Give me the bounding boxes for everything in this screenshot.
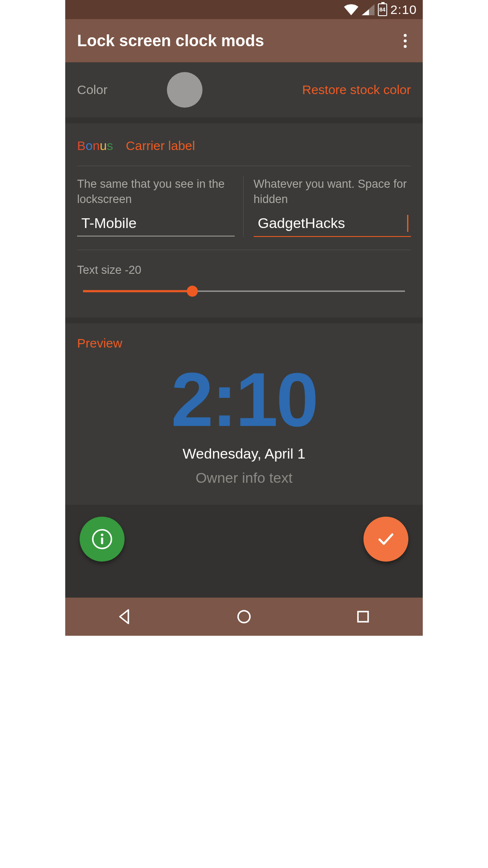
- custom-carrier-desc: Whatever you want. Space for hidden: [254, 176, 411, 207]
- info-button[interactable]: [80, 517, 125, 562]
- divider: [77, 166, 411, 166]
- carrier-label-heading: Carrier label: [126, 139, 195, 153]
- text-size-label: Text size -20: [77, 264, 411, 277]
- page-title: Lock screen clock mods: [77, 32, 264, 50]
- color-label: Color: [77, 83, 108, 97]
- home-icon: [236, 608, 252, 625]
- preview-section: Preview 2:10 Wednesday, April 1 Owner in…: [65, 323, 423, 505]
- device-frame: 84 2:10 Lock screen clock mods Color Res…: [65, 0, 423, 636]
- color-section: Color Restore stock color: [65, 62, 423, 117]
- svg-point-1: [101, 534, 103, 536]
- current-carrier-desc: The same that you see in the lockscreen: [77, 176, 235, 207]
- preview-date: Wednesday, April 1: [77, 445, 411, 462]
- custom-carrier-input[interactable]: [258, 215, 408, 231]
- back-icon: [116, 608, 133, 625]
- preview-clock: 2:10: [77, 362, 411, 438]
- current-carrier-field: [77, 213, 235, 236]
- action-row: [65, 511, 423, 570]
- nav-back-button[interactable]: [100, 608, 150, 625]
- current-carrier-input: [81, 215, 232, 231]
- svg-rect-4: [358, 612, 368, 622]
- nav-home-button[interactable]: [219, 608, 269, 625]
- info-icon: [91, 528, 113, 550]
- signal-icon: [362, 4, 374, 15]
- wifi-icon: [344, 4, 358, 15]
- overflow-menu-icon[interactable]: [399, 30, 411, 52]
- restore-stock-color-button[interactable]: Restore stock color: [302, 83, 411, 97]
- status-time: 2:10: [391, 3, 417, 17]
- check-icon: [374, 528, 397, 551]
- recent-icon: [355, 608, 372, 625]
- nav-recent-button[interactable]: [338, 608, 388, 625]
- app-bar: Lock screen clock mods: [65, 19, 423, 62]
- preview-heading: Preview: [77, 336, 411, 351]
- divider: [77, 250, 411, 250]
- confirm-button[interactable]: [363, 517, 408, 562]
- custom-carrier-column: Whatever you want. Space for hidden: [244, 176, 411, 237]
- navigation-bar: [65, 598, 423, 636]
- svg-rect-2: [101, 537, 103, 544]
- current-carrier-column: The same that you see in the lockscreen: [77, 176, 244, 237]
- custom-carrier-field[interactable]: [254, 213, 411, 237]
- slider-thumb[interactable]: [187, 286, 198, 297]
- status-bar: 84 2:10: [65, 0, 423, 19]
- color-swatch[interactable]: [167, 72, 202, 108]
- carrier-label-section: Bonus Carrier label The same that you se…: [65, 123, 423, 317]
- svg-point-3: [238, 611, 250, 623]
- text-size-slider[interactable]: [83, 285, 405, 297]
- battery-icon: 84: [378, 3, 387, 16]
- text-caret: [407, 215, 408, 232]
- preview-owner-info: Owner info text: [77, 470, 411, 486]
- bonus-heading: Bonus: [77, 139, 113, 153]
